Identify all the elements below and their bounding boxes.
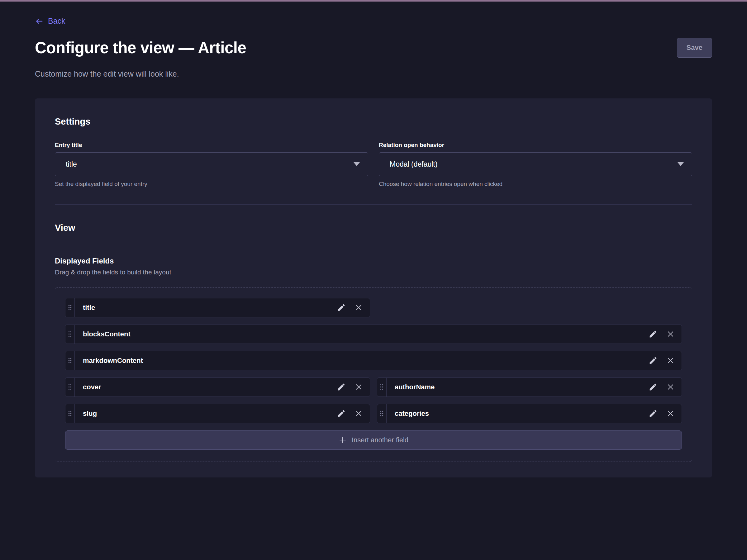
field-name: cover <box>75 378 335 397</box>
remove-field-button[interactable] <box>352 301 365 314</box>
field-row-actions <box>647 378 681 397</box>
settings-form: Entry title title Set the displayed fiel… <box>55 142 692 187</box>
field-name: blocksContent <box>75 325 647 344</box>
close-icon <box>355 303 363 312</box>
drag-grip-icon <box>380 410 384 417</box>
displayed-fields-subtitle: Drag & drop the fields to build the layo… <box>55 268 692 276</box>
drag-handle[interactable] <box>66 325 75 344</box>
close-icon <box>666 356 675 365</box>
pencil-icon <box>649 356 658 365</box>
pencil-icon <box>337 382 346 392</box>
field-row-actions <box>647 404 681 423</box>
entry-title-field: Entry title title Set the displayed fiel… <box>55 142 368 187</box>
configuration-card: Settings Entry title title Set the displ… <box>35 99 712 477</box>
relation-behavior-label: Relation open behavior <box>379 142 692 149</box>
pencil-icon <box>649 329 658 339</box>
page-content: Back Configure the view — Article Save C… <box>0 2 747 477</box>
close-icon <box>666 330 675 338</box>
plus-icon <box>339 436 347 444</box>
chevron-down-icon <box>354 162 360 166</box>
relation-behavior-value: Modal (default) <box>390 160 437 168</box>
fields-dropzone: title <box>55 287 692 462</box>
save-button[interactable]: Save <box>677 38 712 58</box>
page-title: Configure the view — Article <box>35 38 677 57</box>
entry-title-label: Entry title <box>55 142 368 149</box>
pencil-icon <box>337 303 346 312</box>
drag-grip-icon <box>380 384 384 390</box>
field-name: categories <box>387 404 647 423</box>
field-row: blocksContent <box>65 324 682 344</box>
field-name: authorName <box>387 378 647 397</box>
field-row-actions <box>647 325 681 344</box>
relation-behavior-hint: Choose how relation entries open when cl… <box>379 181 692 187</box>
field-row: title <box>65 298 370 317</box>
drag-handle[interactable] <box>66 378 75 397</box>
drag-grip-icon <box>68 357 72 364</box>
field-row: cover <box>65 377 370 397</box>
field-row: markdownContent <box>65 351 682 370</box>
drag-grip-icon <box>68 384 72 390</box>
remove-field-button[interactable] <box>352 381 365 393</box>
field-row: authorName <box>377 377 682 397</box>
remove-field-button[interactable] <box>664 407 677 420</box>
drag-grip-icon <box>68 304 72 311</box>
section-divider <box>55 204 692 205</box>
relation-behavior-select[interactable]: Modal (default) <box>379 152 692 176</box>
field-row: categories <box>377 404 682 423</box>
pencil-icon <box>337 409 346 418</box>
drag-grip-icon <box>68 331 72 337</box>
edit-field-button[interactable] <box>335 407 347 420</box>
field-row-actions <box>335 404 370 423</box>
fields-grid: title <box>65 298 682 450</box>
field-row-actions <box>647 351 681 370</box>
drag-handle[interactable] <box>66 404 75 423</box>
drag-handle[interactable] <box>66 298 75 317</box>
back-label: Back <box>48 17 66 26</box>
remove-field-button[interactable] <box>352 407 365 420</box>
edit-field-button[interactable] <box>647 381 659 393</box>
edit-field-button[interactable] <box>647 407 659 420</box>
chevron-down-icon <box>677 162 684 166</box>
close-icon <box>355 383 363 391</box>
edit-field-button[interactable] <box>647 328 659 341</box>
remove-field-button[interactable] <box>664 354 677 367</box>
field-name: title <box>75 298 335 317</box>
settings-heading: Settings <box>55 116 692 127</box>
view-heading: View <box>55 223 692 233</box>
field-row: slug <box>65 404 370 423</box>
drag-handle[interactable] <box>377 378 387 397</box>
arrow-left-icon <box>35 17 44 26</box>
field-row-actions <box>335 378 370 397</box>
entry-title-select[interactable]: title <box>55 152 368 176</box>
drag-handle[interactable] <box>377 404 387 423</box>
back-link[interactable]: Back <box>35 17 66 26</box>
drag-handle[interactable] <box>66 351 75 370</box>
entry-title-hint: Set the displayed field of your entry <box>55 181 368 187</box>
field-name: markdownContent <box>75 351 647 370</box>
field-row-actions <box>335 298 370 317</box>
relation-behavior-field: Relation open behavior Modal (default) C… <box>379 142 692 187</box>
entry-title-value: title <box>66 160 77 168</box>
header-row: Configure the view — Article Save <box>35 38 712 58</box>
page-subtitle: Customize how the edit view will look li… <box>35 70 712 79</box>
edit-field-button[interactable] <box>647 354 659 367</box>
pencil-icon <box>649 409 658 418</box>
pencil-icon <box>649 382 658 392</box>
close-icon <box>355 409 363 418</box>
close-icon <box>666 409 675 418</box>
displayed-fields-title: Displayed Fields <box>55 257 692 265</box>
field-name: slug <box>75 404 335 423</box>
close-icon <box>666 383 675 391</box>
remove-field-button[interactable] <box>664 381 677 393</box>
remove-field-button[interactable] <box>664 328 677 341</box>
edit-field-button[interactable] <box>335 301 347 314</box>
drag-grip-icon <box>68 410 72 417</box>
insert-field-button[interactable]: Insert another field <box>65 430 682 450</box>
edit-field-button[interactable] <box>335 381 347 393</box>
insert-field-label: Insert another field <box>352 436 408 444</box>
